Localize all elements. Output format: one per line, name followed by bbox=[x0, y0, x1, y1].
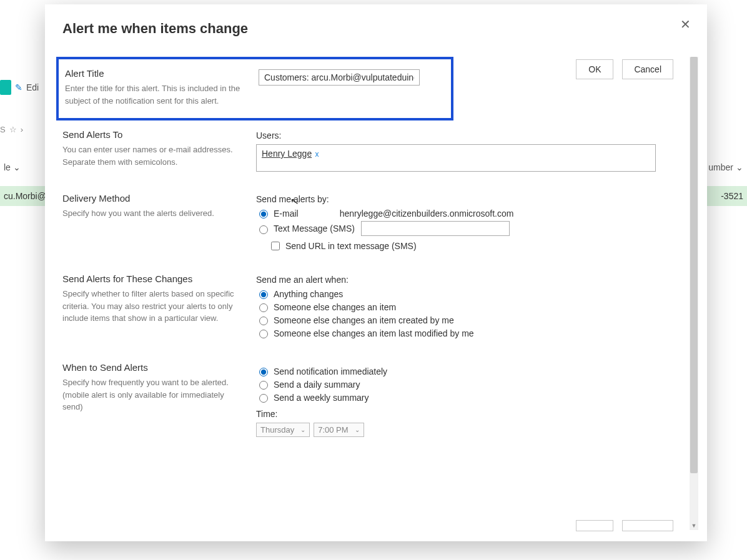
changes-opt4[interactable]: Someone else changes an item last modifi… bbox=[256, 328, 687, 338]
user-chip[interactable]: Henry Legge bbox=[262, 149, 312, 159]
changes-opt1-label: Anything changes bbox=[274, 289, 343, 299]
chevron-down-icon: ⌄ bbox=[300, 426, 305, 433]
delivery-sms-input[interactable] bbox=[361, 221, 510, 236]
delivery-section: Delivery Method Specify how you want the… bbox=[45, 187, 687, 267]
changes-opt2[interactable]: Someone else changes an item bbox=[256, 302, 687, 312]
when-desc: Specify how frequently you want to be al… bbox=[62, 376, 239, 413]
delivery-email-value: henrylegge@citizenbuilders.onmicrosoft.c… bbox=[340, 209, 514, 219]
delivery-email-label: E-mail bbox=[274, 209, 299, 219]
when-opt3-radio[interactable] bbox=[259, 394, 268, 403]
remove-user-icon[interactable]: x bbox=[313, 150, 319, 159]
day-select-value: Thursday bbox=[260, 425, 294, 435]
when-opt1-radio[interactable] bbox=[259, 368, 268, 376]
top-button-row: OK Cancel bbox=[576, 59, 673, 79]
star-icon[interactable]: ☆ bbox=[9, 125, 17, 134]
hour-select-value: 7:00 PM bbox=[318, 425, 348, 435]
delivery-field-label: Send me alerts by: bbox=[256, 194, 687, 204]
delivery-email-option[interactable]: E-mail henrylegge@citizenbuilders.onmicr… bbox=[256, 208, 687, 219]
hour-select[interactable]: 7:00 PM⌄ bbox=[314, 423, 364, 437]
bg-edit-label: Edi bbox=[26, 82, 39, 92]
pencil-icon: ✎ bbox=[15, 82, 22, 92]
ok-button[interactable]: OK bbox=[576, 59, 613, 79]
delivery-sms-url-checkbox[interactable] bbox=[271, 242, 280, 250]
time-label: Time: bbox=[256, 409, 687, 419]
alert-title-desc: Enter the title for this alert. This is … bbox=[65, 82, 241, 107]
when-opt3[interactable]: Send a weekly summary bbox=[256, 392, 687, 403]
when-opt2[interactable]: Send a daily summary bbox=[256, 379, 687, 390]
delivery-sms-option[interactable]: Text Message (SMS) bbox=[256, 221, 687, 236]
changes-opt3[interactable]: Someone else changes an item created by … bbox=[256, 315, 687, 325]
changes-opt4-label: Someone else changes an item last modifi… bbox=[274, 328, 474, 338]
ok-button-bottom[interactable]: OK bbox=[576, 520, 613, 531]
changes-opt3-radio[interactable] bbox=[259, 317, 268, 325]
modal-content: OK Cancel Alert Title Enter the title fo… bbox=[45, 57, 687, 531]
changes-opt1[interactable]: Anything changes bbox=[256, 288, 687, 299]
changes-heading: Send Alerts for These Changes bbox=[62, 273, 239, 284]
send-to-desc: You can enter user names or e-mail addre… bbox=[62, 144, 239, 168]
day-select[interactable]: Thursday⌄ bbox=[256, 423, 310, 437]
when-opt2-label: Send a daily summary bbox=[274, 380, 360, 390]
changes-opt1-radio[interactable] bbox=[259, 290, 268, 299]
alert-title-heading: Alert Title bbox=[65, 68, 241, 79]
time-row: Thursday⌄ 7:00 PM⌄ bbox=[256, 423, 687, 437]
cancel-button-bottom[interactable]: Cancel bbox=[622, 520, 673, 531]
chevron-down-icon: ⌄ bbox=[736, 162, 743, 172]
modal-title: Alert me when items change bbox=[62, 21, 690, 37]
chevron-down-icon: ⌄ bbox=[13, 162, 21, 172]
bottom-button-row: OK Cancel bbox=[576, 520, 673, 531]
delivery-heading: Delivery Method bbox=[62, 193, 239, 204]
delivery-sms-label: Text Message (SMS) bbox=[274, 224, 355, 233]
scroll-down-icon[interactable]: ▼ bbox=[690, 523, 698, 531]
alert-modal: ✕ Alert me when items change ▲ ▼ OK Canc… bbox=[45, 4, 707, 541]
delivery-sms-url-option[interactable]: Send URL in text message (SMS) bbox=[269, 240, 687, 252]
modal-scrollbar[interactable]: ▲ ▼ bbox=[690, 57, 698, 530]
bg-sel-right: -3521 bbox=[721, 191, 743, 201]
changes-opt3-label: Someone else changes an item created by … bbox=[274, 315, 454, 325]
when-section: When to Send Alerts Specify how frequent… bbox=[45, 356, 687, 442]
bg-title-fragment: S bbox=[0, 125, 6, 134]
bg-edit-button[interactable]: ✎ Edi bbox=[0, 80, 39, 95]
chevron-right-icon: › bbox=[21, 125, 23, 134]
send-to-heading: Send Alerts To bbox=[62, 129, 239, 140]
delivery-email-radio[interactable] bbox=[259, 210, 268, 219]
accent-block bbox=[0, 80, 11, 95]
alert-title-input[interactable] bbox=[259, 69, 420, 86]
when-opt3-label: Send a weekly summary bbox=[274, 393, 369, 403]
when-opt2-radio[interactable] bbox=[259, 381, 268, 390]
cancel-button[interactable]: Cancel bbox=[622, 59, 673, 79]
bg-col-right[interactable]: umber ⌄ bbox=[708, 162, 743, 172]
changes-field-label: Send me an alert when: bbox=[256, 275, 687, 285]
bg-title-row: S ☆ › bbox=[0, 125, 23, 134]
changes-section: Send Alerts for These Changes Specify wh… bbox=[45, 267, 687, 356]
delivery-sms-url-label: Send URL in text message (SMS) bbox=[285, 241, 417, 251]
chevron-down-icon: ⌄ bbox=[355, 426, 360, 433]
close-icon[interactable]: ✕ bbox=[680, 18, 691, 31]
changes-opt2-label: Someone else changes an item bbox=[274, 302, 396, 312]
when-opt1-label: Send notification immediately bbox=[274, 366, 387, 376]
delivery-desc: Specify how you want the alerts delivere… bbox=[62, 207, 239, 220]
users-people-picker[interactable]: Henry Legge x bbox=[256, 144, 656, 172]
changes-opt2-radio[interactable] bbox=[259, 303, 268, 312]
when-opt1[interactable]: Send notification immediately bbox=[256, 366, 687, 376]
delivery-sms-radio[interactable] bbox=[259, 225, 268, 234]
changes-desc: Specify whether to filter alerts based o… bbox=[62, 288, 239, 325]
scrollbar-thumb[interactable] bbox=[690, 57, 698, 473]
users-label: Users: bbox=[256, 130, 687, 140]
bg-col-left[interactable]: le ⌄ bbox=[4, 162, 21, 172]
bg-sel-left: cu.Morbi@ bbox=[4, 191, 46, 201]
changes-opt4-radio[interactable] bbox=[259, 330, 268, 338]
when-heading: When to Send Alerts bbox=[62, 362, 239, 373]
alert-title-highlight: Alert Title Enter the title for this ale… bbox=[56, 57, 453, 120]
send-to-section: Send Alerts To You can enter user names … bbox=[45, 123, 687, 187]
